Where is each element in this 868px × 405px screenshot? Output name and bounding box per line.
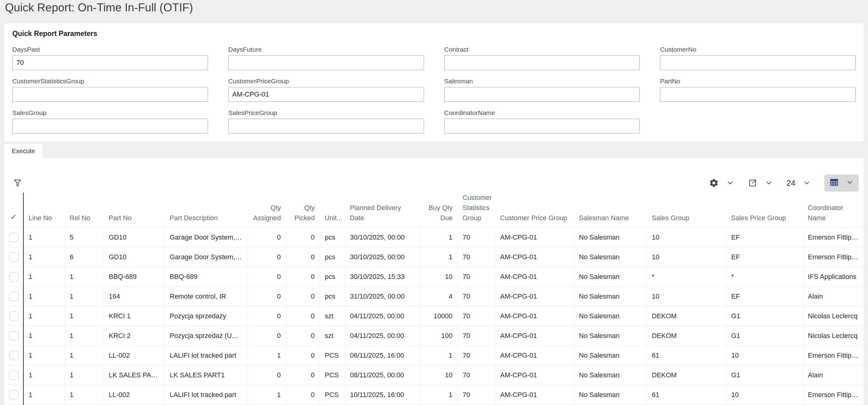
table-cell: 10 [647, 286, 726, 306]
parameter-field: PartNo [660, 77, 856, 102]
row-checkbox[interactable] [9, 311, 19, 321]
column-header-customer-price-group[interactable]: Customer Price Group [495, 193, 574, 228]
row-checkbox[interactable] [9, 233, 19, 242]
parameter-input-salesman[interactable] [444, 87, 640, 102]
tab-strip: Execute [4, 144, 864, 158]
table-row[interactable]: 16GD10Garage Door System, E...00pcs30/10… [4, 247, 864, 267]
column-header-planned-delivery-date[interactable]: Planned Delivery Date [345, 193, 421, 228]
table-cell: GD10 [104, 247, 165, 267]
table-row[interactable]: 11164Remote control, IR00pcs31/10/2025, … [4, 286, 864, 306]
table-cell: 100 [421, 326, 458, 346]
table-cell: 1 [65, 326, 104, 346]
grid-toolbar: 24 [4, 158, 864, 191]
table-row[interactable]: 11LL-002LALIFI lot tracked part10PCS10/1… [4, 385, 864, 405]
table-row[interactable]: 15GD10Garage Door System, E...00pcs30/10… [4, 228, 864, 247]
parameter-input-coordinatorname[interactable] [444, 119, 640, 133]
table-row[interactable]: 11LK SALES PART1LK SALES PART100PCS08/11… [4, 365, 864, 385]
table-cell: 31/10/2025, 00:00 [345, 286, 421, 306]
table-cell: AM-CPG-01 [495, 247, 574, 267]
table-row[interactable]: 11KRCI 1Pozycja sprzedaży00szt04/11/2025… [4, 306, 864, 326]
column-header-qty-assigned[interactable]: Qty Assigned [248, 193, 286, 228]
parameter-label: CustomerNo [660, 46, 856, 53]
table-cell: No Salesman [574, 247, 647, 267]
parameter-input-daysfuture[interactable] [228, 55, 424, 70]
table-cell: Alain [803, 286, 864, 306]
row-checkbox[interactable] [9, 292, 19, 301]
row-checkbox[interactable] [9, 371, 19, 380]
parameter-input-partno[interactable] [660, 87, 856, 102]
row-checkbox[interactable] [9, 390, 19, 400]
column-header-salesman-name[interactable]: Salesman Name [574, 193, 647, 228]
row-checkbox[interactable] [9, 351, 19, 360]
parameter-input-customerstatisticsgroup[interactable] [12, 87, 208, 102]
table-cell: 0 [286, 326, 320, 346]
table-cell: 1 [421, 346, 458, 365]
results-panel: 24 [4, 158, 864, 405]
parameter-input-customerno[interactable] [660, 55, 856, 70]
table-row[interactable]: 11BBQ-689BBQ-68900pcs30/10/2025, 15:3310… [4, 267, 864, 286]
table-cell: No Salesman [574, 228, 647, 247]
checkbox-cell[interactable] [4, 267, 23, 286]
table-cell: pcs [320, 228, 345, 247]
table-cell: 0 [286, 365, 320, 385]
table-cell: 0 [248, 326, 286, 346]
column-header-coordinator-name[interactable]: Coordinator Name [803, 193, 864, 228]
checkbox-cell[interactable] [4, 326, 23, 346]
filter-button[interactable] [13, 178, 22, 188]
table-cell: 08/11/2025, 00:00 [345, 365, 421, 385]
parameter-input-contract[interactable] [444, 55, 640, 70]
view-mode-button[interactable] [824, 174, 859, 192]
parameter-input-customerpricegroup[interactable] [228, 87, 424, 102]
checkbox-cell[interactable] [4, 247, 23, 267]
parameter-field: CoordinatorName [444, 109, 640, 133]
table-cell: 1 [65, 365, 104, 385]
checkbox-cell[interactable] [4, 346, 23, 365]
parameter-input-salespricegroup[interactable] [228, 119, 424, 133]
table-cell: No Salesman [574, 286, 647, 306]
checkbox-cell[interactable] [4, 228, 23, 247]
tab-execute[interactable]: Execute [4, 144, 42, 158]
column-header-buy-qty-due[interactable]: Buy Qty Due [421, 193, 458, 228]
table-grid-icon [829, 177, 839, 189]
row-checkbox[interactable] [9, 252, 19, 262]
table-row[interactable]: 11LL-002LALIFI lot tracked part10PCS06/1… [4, 346, 864, 365]
column-header-sales-group[interactable]: Sales Group [647, 193, 726, 228]
parameter-input-dayspast[interactable] [12, 55, 208, 70]
table-row[interactable]: 11KRCI 2Pozycja sprzedaż (USD)00szt04/11… [4, 326, 864, 346]
grid-settings-button[interactable] [709, 178, 734, 188]
parameter-label: Salesman [444, 77, 640, 85]
table-cell: G1 [726, 306, 803, 326]
column-header-line-no[interactable]: Line No [23, 193, 65, 228]
column-header-part-no[interactable]: Part No [104, 193, 165, 228]
row-checkbox[interactable] [9, 272, 19, 281]
table-cell: 61 [647, 346, 726, 365]
table-cell: 0 [286, 385, 320, 405]
table-cell: AM-CPG-01 [495, 267, 574, 286]
table-cell: DEKOM [647, 306, 726, 326]
page-size-selector[interactable]: 24 [786, 178, 811, 188]
checkbox-cell[interactable] [4, 365, 23, 385]
column-header-sales-price-group[interactable]: Sales Price Group [726, 193, 803, 228]
row-checkbox[interactable] [9, 331, 19, 340]
checkbox-cell[interactable] [4, 286, 23, 306]
column-header-part-description[interactable]: Part Description [165, 193, 248, 228]
table-cell: 4 [421, 286, 458, 306]
column-header-customer-statistics-group[interactable]: Customer Statistics Group [458, 193, 495, 228]
table-cell: Pozycja sprzedaż (USD) [165, 326, 248, 346]
select-all-checkmark-icon[interactable]: ✓ [10, 212, 17, 222]
table-cell: PCS [320, 385, 345, 405]
export-button[interactable] [748, 178, 773, 188]
checkbox-cell[interactable] [4, 306, 23, 326]
table-cell: 10 [421, 267, 458, 286]
table-cell: AM-CPG-01 [495, 286, 574, 306]
column-header-qty-picked[interactable]: Qty Picked [286, 193, 320, 228]
select-all-header[interactable]: ✓ [4, 193, 23, 228]
table-cell: 10 [421, 365, 458, 385]
column-header-unit[interactable]: Unit... [320, 193, 345, 228]
table-cell: 10 [726, 385, 803, 405]
table-cell: 0 [248, 247, 286, 267]
checkbox-cell[interactable] [4, 385, 23, 405]
table-cell: 0 [286, 247, 320, 267]
column-header-rel-no[interactable]: Rel No [65, 193, 104, 228]
parameter-input-salesgroup[interactable] [12, 119, 208, 133]
